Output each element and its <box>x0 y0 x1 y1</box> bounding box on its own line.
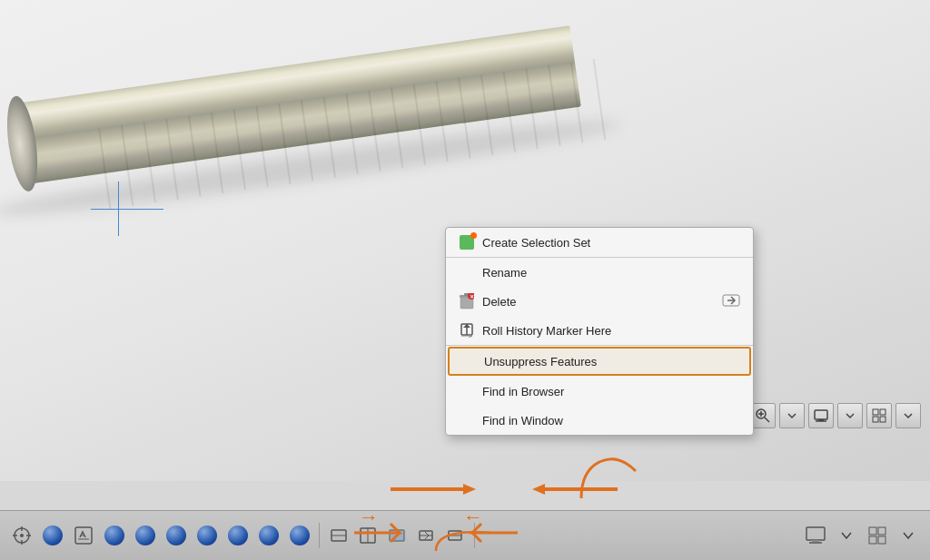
menu-item-find-in-window[interactable]: Find in Window <box>446 406 753 435</box>
svg-rect-42 <box>812 540 819 542</box>
view-dropdown-button-2[interactable] <box>837 403 863 428</box>
bottom-toolbar: → ← <box>0 510 930 560</box>
zoom-fit-button[interactable] <box>750 403 776 428</box>
axis-h <box>91 209 163 210</box>
svg-rect-44 <box>869 527 876 535</box>
toolbar-rect-4[interactable] <box>411 521 440 550</box>
selection-set-icon <box>459 234 475 251</box>
toolbar-sep-2 <box>474 523 475 548</box>
toolbar-right-controls <box>801 521 930 550</box>
svg-line-11 <box>765 418 769 422</box>
rename-icon-placeholder <box>459 264 475 280</box>
toolbar-grid-dropdown[interactable] <box>894 521 923 550</box>
toolbar-rect-2[interactable] <box>353 521 382 550</box>
toolbar-sphere-8[interactable] <box>285 521 314 550</box>
toolbar-sphere-6[interactable] <box>223 521 252 550</box>
menu-divider-2 <box>446 345 753 346</box>
menu-label-find-in-window: Find in Window <box>482 414 740 427</box>
context-menu: Create Selection Set Rename ✕ Delete <box>445 227 754 436</box>
3d-viewport[interactable]: Create Selection Set Rename ✕ Delete <box>0 0 930 481</box>
svg-rect-20 <box>880 417 885 422</box>
toolbar-rect-5[interactable] <box>440 521 470 550</box>
toolbar-rect-3[interactable] <box>382 521 411 550</box>
menu-label-find-in-browser: Find in Browser <box>482 385 740 398</box>
toolbar-sphere-5[interactable] <box>193 521 222 550</box>
svg-marker-48 <box>463 484 476 495</box>
svg-rect-41 <box>806 527 825 540</box>
toolbar-edit-button[interactable] <box>69 521 98 550</box>
svg-rect-45 <box>878 527 885 535</box>
menu-item-find-in-browser[interactable]: Find in Browser <box>446 377 753 406</box>
delete-icon: ✕ <box>459 293 475 309</box>
svg-rect-17 <box>873 409 878 415</box>
menu-item-delete[interactable]: ✕ Delete <box>446 287 753 316</box>
display-mode-button[interactable] <box>808 403 834 428</box>
roll-history-icon <box>459 322 475 339</box>
menu-item-unsuppress-features[interactable]: Unsuppress Features <box>448 347 751 376</box>
view-dropdown-button[interactable] <box>779 403 805 428</box>
menu-label-roll-history: Roll History Marker Here <box>482 324 740 338</box>
grid-display-button[interactable] <box>866 403 892 428</box>
rod-threads <box>71 54 639 212</box>
find-browser-icon-placeholder <box>459 383 475 399</box>
menu-label-create-selection-set: Create Selection Set <box>482 236 740 250</box>
svg-rect-19 <box>873 417 878 422</box>
toolbar-snap-button[interactable] <box>7 521 36 550</box>
svg-text:✕: ✕ <box>470 294 474 300</box>
viewport-controls <box>750 403 921 428</box>
unsuppress-icon-placeholder <box>460 353 477 369</box>
svg-rect-18 <box>880 409 885 415</box>
delete-shortcut <box>722 294 740 309</box>
svg-rect-46 <box>869 536 876 544</box>
toolbar-sep-1 <box>319 523 320 548</box>
toolbar-monitor-dropdown[interactable] <box>832 521 861 550</box>
menu-item-rename[interactable]: Rename <box>446 258 753 287</box>
toolbar-sphere-1[interactable] <box>38 521 67 550</box>
toolbar-sphere-4[interactable] <box>162 521 191 550</box>
find-window-icon-placeholder <box>459 412 475 428</box>
toolbar-monitor-button[interactable] <box>801 521 830 550</box>
menu-item-roll-history[interactable]: Roll History Marker Here <box>446 316 753 345</box>
toolbar-rect-1[interactable] <box>324 521 353 550</box>
axis-v <box>118 182 119 236</box>
menu-label-rename: Rename <box>482 266 740 280</box>
menu-label-unsuppress-features: Unsuppress Features <box>484 355 738 368</box>
toolbar-sphere-2[interactable] <box>100 521 129 550</box>
menu-label-delete: Delete <box>482 295 715 309</box>
svg-rect-14 <box>815 410 827 419</box>
svg-point-26 <box>20 534 24 537</box>
svg-rect-47 <box>878 536 885 544</box>
rod-body <box>12 25 580 184</box>
svg-rect-34 <box>390 530 404 541</box>
toolbar-sphere-7[interactable] <box>254 521 283 550</box>
menu-item-create-selection-set[interactable]: Create Selection Set <box>446 228 753 257</box>
toolbar-grid-button[interactable] <box>863 521 892 550</box>
svg-marker-49 <box>532 484 545 495</box>
grid-dropdown-button[interactable] <box>895 403 921 428</box>
toolbar-sphere-3[interactable] <box>131 521 160 550</box>
